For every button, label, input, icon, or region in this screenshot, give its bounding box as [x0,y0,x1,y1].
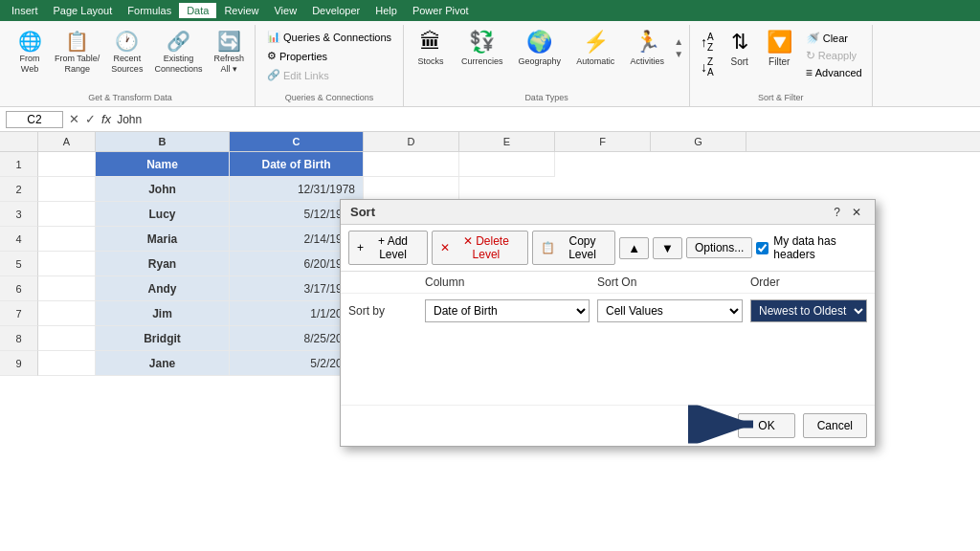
properties-btn[interactable]: ⚙ Properties [263,48,395,64]
geography-button[interactable]: 🌍 Geography [513,27,568,69]
col-header-g[interactable]: G [651,132,746,151]
geography-icon: 🌍 [526,30,552,55]
sort-on-select-wrapper: Cell Values Cell Color Font Color Cell I… [597,299,750,322]
dialog-title: Sort [350,205,375,219]
col-header-e[interactable]: E [459,132,555,151]
ok-button[interactable]: OK [738,413,794,438]
fx-label: fx [101,112,111,126]
cell-a1[interactable] [38,152,96,177]
group-label-data-types: Data Types [404,93,689,102]
row-header-empty [0,132,38,151]
menu-insert[interactable]: Insert [4,3,46,18]
queries-icon: 📊 [267,31,280,43]
order-select[interactable]: Ascending Descending Newest to Oldest Ol… [750,299,867,322]
dialog-help-btn[interactable]: ? [830,206,844,219]
menu-power-pivot[interactable]: Power Pivot [405,3,477,18]
stocks-button[interactable]: 🏛 Stocks [410,27,452,69]
from-table-icon: 📋 [65,30,89,53]
reapply-button[interactable]: ↻ Reapply [802,48,866,63]
cell-b1[interactable]: Name [96,152,230,177]
cell-name-4[interactable]: Maria [96,227,230,252]
col-header-a[interactable]: A [38,132,96,151]
menu-formulas[interactable]: Formulas [120,3,179,18]
sort-za-button[interactable]: ↓ ZA [698,55,717,78]
col-header-b[interactable]: B [96,132,230,151]
cell-name-5[interactable]: Ryan [96,252,230,276]
menu-page-layout[interactable]: Page Layout [46,3,121,18]
row-num-1: 1 [0,152,38,177]
menu-data[interactable]: Data [179,3,216,18]
delete-level-button[interactable]: ✕ ✕ Delete Level [432,231,528,265]
cell-e1[interactable] [459,152,555,177]
sort-za-icon: ↓ [701,59,707,75]
sort-dialog: Sort ? ✕ + + Add Level ✕ ✕ Delete Level … [340,199,876,447]
group-label-queries: Queries & Connections [256,93,403,102]
cell-name-7[interactable]: Jim [96,301,230,326]
menu-view[interactable]: View [266,3,304,18]
move-down-button[interactable]: ▼ [653,237,682,259]
name-box[interactable] [6,111,63,128]
cell-name-3[interactable]: Lucy [96,202,230,227]
add-level-button[interactable]: + + Add Level [348,231,428,265]
existing-connections-icon: 🔗 [167,30,190,53]
options-button[interactable]: Options... [686,237,752,258]
cell-name-2[interactable]: John [96,177,230,202]
group-get-transform: 🌐 FromWeb 📋 From Table/Range 🕐 Recent So… [6,25,256,106]
activities-icon: 🏃 [635,30,660,55]
dialog-window-controls: ? ✕ [830,206,865,219]
dialog-empty-space [341,328,875,405]
filter-icon: 🔽 [767,30,792,55]
cell-name-8[interactable]: Bridgit [96,326,230,351]
existing-connections-button[interactable]: 🔗 ExistingConnections [149,27,207,77]
advanced-button[interactable]: ≡ Advanced [802,65,866,80]
spreadsheet-area: A B C D E F G 1 Name Date of Birth 2 Joh… [0,132,980,551]
col-header-d[interactable]: D [364,132,459,151]
column-select-wrapper: Name Date of Birth [425,299,597,322]
cancel-button[interactable]: Cancel [803,413,867,438]
formula-cancel[interactable]: ✕ [69,112,79,126]
sort-table-headers: Column Sort On Order [341,272,875,294]
headers-label[interactable]: My data has headers [773,234,867,261]
automatic-button[interactable]: ⚡ Automatic [570,27,620,69]
sort-on-select[interactable]: Cell Values Cell Color Font Color Cell I… [597,299,743,322]
recent-sources-button[interactable]: 🕐 Recent Sources [106,27,147,77]
from-web-button[interactable]: 🌐 FromWeb [11,27,48,77]
menu-developer[interactable]: Developer [304,3,368,18]
copy-level-button[interactable]: 📋 Copy Level [532,231,615,265]
headers-checkbox[interactable] [756,242,768,254]
order-select-wrapper: Ascending Descending Newest to Oldest Ol… [750,299,867,322]
formula-confirm[interactable]: ✓ [85,112,96,126]
cell-d1[interactable] [364,152,459,177]
headers-checkbox-area: My data has headers [756,234,867,261]
clear-button[interactable]: 🚿 Clear [802,31,866,46]
cell-c1[interactable]: Date of Birth [230,152,364,177]
clear-reapply-group: 🚿 Clear ↻ Reapply ≡ Advanced [802,27,866,80]
currencies-button[interactable]: 💱 Currencies [456,27,509,69]
activities-button[interactable]: 🏃 Activities [624,27,670,69]
col-header-f[interactable]: F [555,132,651,151]
queries-connections-btn[interactable]: 📊 Queries & Connections [263,29,395,45]
dialog-close-btn[interactable]: ✕ [848,206,865,219]
properties-icon: ⚙ [267,50,277,62]
sort-icon: ⇅ [731,30,748,55]
edit-links-btn[interactable]: 🔗 Edit Links [263,67,395,83]
sort-az-button[interactable]: ↑ AZ [698,31,717,54]
filter-button[interactable]: 🔽 Filter [761,27,798,70]
cell-name-6[interactable]: Andy [96,276,230,301]
refresh-all-button[interactable]: 🔄 RefreshAll ▾ [209,27,249,77]
column-select[interactable]: Name Date of Birth [425,299,590,322]
formula-value: John [117,113,142,126]
dialog-footer: OK Cancel [341,405,875,446]
sort-button[interactable]: ⇅ Sort [723,27,757,70]
data-types-scroll[interactable]: ▲ ▼ [674,27,683,69]
from-table-button[interactable]: 📋 From Table/Range [50,27,104,77]
menu-help[interactable]: Help [368,3,405,18]
col-headers: A B C D E F G [0,132,980,152]
menu-bar: Insert Page Layout Formulas Data Review … [0,0,980,21]
cell-name-9[interactable]: Jane [96,351,230,376]
sort-row: Sort by Name Date of Birth Cell Values C… [341,294,875,328]
menu-review[interactable]: Review [216,3,266,18]
move-up-button[interactable]: ▲ [619,237,649,259]
col-header-c[interactable]: C [230,132,364,151]
col-header-order: Order [750,276,867,289]
